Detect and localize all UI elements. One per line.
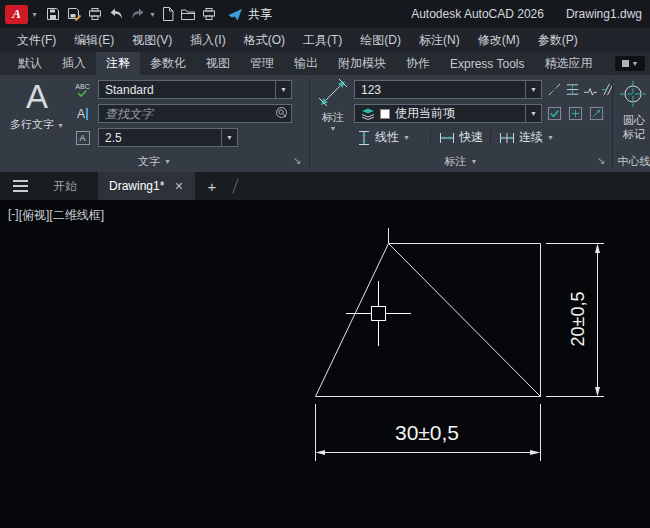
chevron-down-icon[interactable]: ▼ xyxy=(221,129,237,146)
tab-home[interactable]: 默认 xyxy=(8,52,52,75)
save-button[interactable] xyxy=(43,4,64,24)
quick-dim-button[interactable]: 快速 xyxy=(436,128,486,147)
adjust-space-button[interactable] xyxy=(564,81,581,98)
tab-featured-apps[interactable]: 精选应用 xyxy=(534,52,602,75)
save-as-icon xyxy=(67,7,81,21)
tab-output[interactable]: 输出 xyxy=(284,52,328,75)
ribbon-collapse-button[interactable]: ▼ xyxy=(615,56,645,71)
start-tab-label: 开始 xyxy=(53,178,77,195)
text-dialog-launcher-icon[interactable]: ↘ xyxy=(293,154,301,168)
menu-icon[interactable] xyxy=(0,172,38,200)
menu-dimension[interactable]: 标注(N) xyxy=(410,28,469,52)
close-icon[interactable]: ✕ xyxy=(174,180,183,193)
tab-express-tools[interactable]: Express Tools xyxy=(440,52,534,75)
tab-drawing1[interactable]: Drawing1* ✕ xyxy=(98,172,195,200)
new-drawing-icon xyxy=(161,7,174,21)
search-button[interactable] xyxy=(273,105,291,122)
dim-dialog-launcher-icon[interactable]: ↘ xyxy=(597,154,605,168)
panel-separator xyxy=(612,78,613,168)
autocad-logo[interactable]: A xyxy=(5,5,28,24)
tab-start[interactable]: 开始 xyxy=(38,172,92,200)
panel-expand-icon: ▼ xyxy=(164,158,171,165)
dim-layer-combo[interactable]: 使用当前项 ▼ xyxy=(354,104,542,123)
open-button[interactable] xyxy=(178,4,199,24)
mtext-button[interactable]: A 多行文字 ▼ xyxy=(6,78,68,152)
share-button[interactable]: 共享 xyxy=(228,6,272,23)
layer-color-swatch xyxy=(380,109,390,119)
tab-manage[interactable]: 管理 xyxy=(240,52,284,75)
dim-break-button[interactable] xyxy=(546,81,563,98)
menu-insert[interactable]: 插入(I) xyxy=(181,28,234,52)
menu-tools[interactable]: 工具(T) xyxy=(294,28,351,52)
plot-button[interactable] xyxy=(85,4,106,24)
mtext-icon: A xyxy=(26,78,48,116)
dimension-tool-button[interactable]: 标注 ▼ xyxy=(314,78,352,152)
save-as-button[interactable] xyxy=(64,4,85,24)
associative-dim-button[interactable] xyxy=(546,105,563,122)
menu-parametric[interactable]: 参数(P) xyxy=(529,28,587,52)
text-height-value: 2.5 xyxy=(99,131,221,145)
chevron-down-icon[interactable]: ▼ xyxy=(525,105,541,122)
menu-modify[interactable]: 修改(M) xyxy=(469,28,529,52)
dim-jog-button[interactable] xyxy=(582,81,599,98)
dim-oblique-button[interactable] xyxy=(599,81,616,98)
layers-icon xyxy=(361,108,375,120)
tab-insert[interactable]: 插入 xyxy=(52,52,96,75)
share-icon xyxy=(228,8,243,21)
new-drawing-button[interactable] xyxy=(157,4,178,24)
chevron-down-icon[interactable]: ▼ xyxy=(525,81,541,98)
centerline-panel-title[interactable]: 中心线 xyxy=(614,154,650,169)
tab-annotate[interactable]: 注释 xyxy=(96,52,140,75)
dimension-tool-label: 标注 xyxy=(322,111,344,123)
menu-file[interactable]: 文件(F) xyxy=(8,28,65,52)
drawing-svg: 20±0,5 30±0,5 xyxy=(0,200,650,528)
dim-center-button[interactable] xyxy=(567,105,584,122)
adjust-space-icon xyxy=(565,82,580,97)
app-menu-chevron-icon[interactable]: ▼ xyxy=(31,11,38,18)
chevron-down-icon[interactable]: ▼ xyxy=(275,81,291,98)
continue-dim-button[interactable]: 连续 ▼ xyxy=(496,128,557,147)
dim-update-button[interactable] xyxy=(588,105,605,122)
ribbon-state-icon xyxy=(622,60,629,67)
text-panel-title[interactable]: 文字 ▼ xyxy=(0,154,309,169)
quick-dim-label: 快速 xyxy=(459,129,483,146)
chevron-down-icon: ▼ xyxy=(632,60,639,67)
text-style-combo[interactable]: Standard ▼ xyxy=(98,80,292,99)
text-height-icon: A xyxy=(73,128,92,147)
text-panel-label: 文字 xyxy=(138,154,160,169)
centerline-panel-label: 中心线 xyxy=(618,154,650,169)
chevron-down-icon: ▼ xyxy=(547,134,554,141)
redo-dropdown-icon[interactable]: ▼ xyxy=(148,11,157,18)
plus-icon: + xyxy=(208,178,217,195)
find-text-icon: A xyxy=(73,104,92,123)
find-text-input[interactable] xyxy=(99,107,273,121)
linear-dim-button[interactable]: 线性 ▼ xyxy=(354,128,413,147)
tab-parametric[interactable]: 参数化 xyxy=(140,52,196,75)
menu-draw[interactable]: 绘图(D) xyxy=(351,28,410,52)
tab-view[interactable]: 视图 xyxy=(196,52,240,75)
linear-dim-icon xyxy=(357,130,371,146)
spell-check-button[interactable]: ABC xyxy=(73,80,92,99)
menu-edit[interactable]: 编辑(E) xyxy=(65,28,123,52)
menu-format[interactable]: 格式(O) xyxy=(235,28,294,52)
print-button[interactable] xyxy=(199,4,220,24)
text-style-value: Standard xyxy=(99,83,275,97)
undo-icon xyxy=(109,8,124,20)
dim-panel-title[interactable]: 标注 ▼ xyxy=(310,154,612,169)
tab-addins[interactable]: 附加模块 xyxy=(328,52,396,75)
dimension-width: 30±0,5 xyxy=(316,404,541,461)
undo-button[interactable] xyxy=(106,4,127,24)
new-drawing-tab-button[interactable]: + xyxy=(195,172,230,200)
redo-button[interactable] xyxy=(127,4,148,24)
model-space-canvas[interactable]: [-] [俯视] [二维线框] 20±0,5 xyxy=(0,200,650,528)
text-height-combo[interactable]: 2.5 ▼ xyxy=(98,128,238,147)
center-mark-label-line1: 圆心 xyxy=(614,113,650,128)
tab-collaborate[interactable]: 协作 xyxy=(396,52,440,75)
dim-style-combo[interactable]: 123 ▼ xyxy=(354,80,542,99)
spell-check-text: ABC xyxy=(75,83,89,90)
menu-view[interactable]: 视图(V) xyxy=(123,28,181,52)
mtext-label: 多行文字 xyxy=(10,118,54,130)
dim-jog-icon xyxy=(583,82,598,97)
ribbon-tab-bar: 默认 插入 注释 参数化 视图 管理 输出 附加模块 协作 Express To… xyxy=(0,52,650,75)
dim-height-text: 20±0,5 xyxy=(568,292,588,347)
